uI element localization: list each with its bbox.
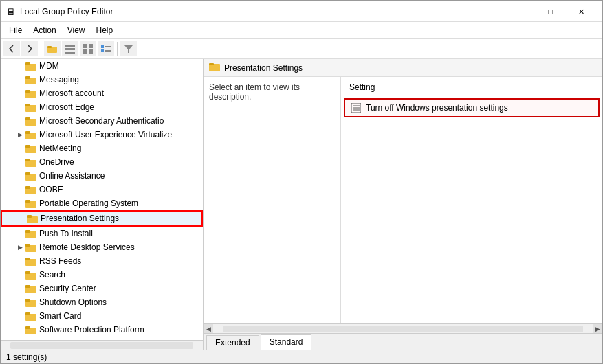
tree-item-software-protection[interactable]: Software Protection Platform — [1, 323, 203, 337]
back-button[interactable] — [3, 41, 20, 56]
toolbar-separator-2 — [117, 42, 118, 56]
svg-rect-53 — [25, 326, 30, 329]
folder-icon-sound-recorder — [25, 339, 36, 340]
tree-label-microsoft-user-exp: Microsoft User Experience Virtualize — [39, 130, 172, 139]
tree-item-messaging[interactable]: Messaging — [1, 73, 203, 87]
tree-label-smart-card: Smart Card — [39, 311, 81, 321]
setting-label-turn-off-windows: Turn off Windows presentation settings — [366, 103, 508, 113]
tree-item-microsoft-user-exp[interactable]: ▶ Microsoft User Experience Virtualize — [1, 128, 203, 141]
toolbar-btn-details[interactable] — [98, 41, 114, 56]
tree-label-oobe: OOBE — [39, 185, 63, 194]
tree-item-rss-feeds[interactable]: RSS Feeds — [1, 254, 203, 268]
hscroll-track[interactable] — [223, 326, 583, 332]
tree-item-mdm[interactable]: MDM — [1, 59, 203, 73]
tab-extended[interactable]: Extended — [206, 335, 259, 350]
tree-item-security-center[interactable]: Security Center — [1, 282, 203, 295]
svg-rect-10 — [105, 46, 111, 47]
tree-label-netmeeting: NetMeeting — [39, 144, 81, 153]
menu-help[interactable]: Help — [91, 23, 119, 37]
menu-view[interactable]: View — [62, 23, 91, 37]
folder-icon-microsoft-account — [25, 89, 36, 98]
tree-scroll[interactable]: MDM Messaging Microsoft account Microsof… — [1, 59, 203, 340]
svg-rect-8 — [89, 49, 93, 54]
svg-rect-5 — [83, 44, 87, 48]
tree-label-security-center: Security Center — [39, 284, 96, 293]
scroll-left-btn[interactable]: ◀ — [204, 324, 213, 334]
setting-row-turn-off-windows[interactable]: Turn off Windows presentation settings — [344, 98, 600, 117]
tree-item-portable-os[interactable]: Portable Operating System — [1, 196, 203, 210]
status-bar: 1 setting(s) — [1, 350, 602, 363]
svg-rect-4 — [65, 52, 75, 54]
tree-label-microsoft-account: Microsoft account — [39, 89, 104, 98]
tree-item-oobe[interactable]: OOBE — [1, 183, 203, 196]
folder-icon-netmeeting — [25, 144, 36, 153]
tab-standard-label: Standard — [270, 337, 303, 347]
svg-rect-23 — [25, 117, 30, 120]
svg-rect-9 — [101, 45, 104, 48]
app-icon: 🖥 — [6, 6, 16, 17]
right-panel-header: Presentation Settings — [204, 59, 602, 77]
tree-panel: MDM Messaging Microsoft account Microsof… — [1, 59, 204, 350]
svg-rect-11 — [101, 49, 104, 52]
window-controls: − □ ✕ — [504, 5, 597, 19]
svg-rect-51 — [25, 312, 30, 315]
folder-icon-smart-card — [25, 311, 36, 321]
tree-item-microsoft-edge[interactable]: Microsoft Edge — [1, 100, 203, 114]
svg-rect-35 — [25, 200, 30, 203]
setting-icon-turn-off-windows — [351, 102, 362, 113]
tree-item-microsoft-account[interactable]: Microsoft account — [1, 87, 203, 100]
menu-bar: File Action View Help — [1, 22, 602, 39]
tree-item-push-to-install[interactable]: Push To Install — [1, 227, 203, 240]
tree-label-presentation-settings: Presentation Settings — [41, 214, 119, 223]
settings-panel: Setting Turn off Windows presentation se… — [341, 77, 602, 323]
tree-item-netmeeting[interactable]: NetMeeting — [1, 141, 203, 155]
status-text: 1 setting(s) — [6, 352, 47, 362]
toolbar-btn-list[interactable] — [62, 41, 78, 56]
svg-rect-27 — [25, 145, 30, 148]
tree-label-search: Search — [39, 270, 65, 280]
folder-icon-microsoft-edge — [25, 102, 36, 112]
tree-label-microsoft-secondary: Microsoft Secondary Authenticatio — [39, 116, 164, 126]
svg-rect-19 — [25, 90, 30, 93]
menu-action[interactable]: Action — [28, 23, 61, 37]
tree-item-smart-card[interactable]: Smart Card — [1, 309, 203, 323]
folder-icon-push-to-install — [25, 229, 36, 238]
tree-label-software-protection: Software Protection Platform — [39, 325, 144, 334]
tab-standard[interactable]: Standard — [261, 334, 312, 350]
tree-item-search[interactable]: Search — [1, 268, 203, 282]
folder-icon-mdm — [25, 61, 36, 71]
minimize-button[interactable]: − — [504, 5, 535, 19]
settings-header-label: Setting — [349, 82, 375, 92]
toolbar — [1, 39, 602, 59]
tree-item-microsoft-secondary[interactable]: Microsoft Secondary Authenticatio — [1, 114, 203, 128]
forward-button[interactable] — [21, 41, 38, 56]
svg-rect-2 — [65, 45, 75, 47]
tab-extended-label: Extended — [215, 338, 250, 348]
toolbar-btn-view[interactable] — [80, 41, 96, 56]
tree-hscroll[interactable] — [1, 340, 203, 350]
svg-rect-43 — [25, 258, 30, 260]
tree-item-shutdown-options[interactable]: Shutdown Options — [1, 295, 203, 309]
close-button[interactable]: ✕ — [566, 5, 597, 19]
tree-expand-arrow-microsoft-user-exp[interactable]: ▶ — [14, 129, 25, 140]
toolbar-btn-folder[interactable] — [44, 41, 61, 56]
menu-file[interactable]: File — [3, 23, 28, 37]
description-panel: Select an item to view its description. — [204, 77, 341, 323]
tree-label-rss-feeds: RSS Feeds — [39, 256, 81, 266]
svg-rect-6 — [89, 44, 93, 48]
scroll-right-btn[interactable]: ▶ — [593, 324, 602, 334]
tree-item-remote-desktop[interactable]: ▶ Remote Desktop Services — [1, 240, 203, 254]
right-hscroll[interactable]: ◀ ▶ — [204, 323, 602, 333]
right-panel: Presentation Settings Select an item to … — [204, 59, 602, 350]
folder-icon-software-protection — [25, 325, 36, 334]
tree-item-online-assistance[interactable]: Online Assistance — [1, 169, 203, 183]
maximize-button[interactable]: □ — [535, 5, 566, 19]
tree-expand-arrow-remote-desktop[interactable]: ▶ — [14, 242, 25, 253]
folder-icon-microsoft-user-exp — [25, 130, 36, 139]
folder-icon-shutdown-options — [25, 297, 36, 307]
toolbar-btn-filter[interactable] — [120, 41, 137, 56]
svg-rect-47 — [25, 285, 30, 288]
tree-item-presentation-settings[interactable]: Presentation Settings — [1, 210, 203, 227]
tree-item-onedrive[interactable]: OneDrive — [1, 155, 203, 169]
folder-icon-portable-os — [25, 198, 36, 208]
